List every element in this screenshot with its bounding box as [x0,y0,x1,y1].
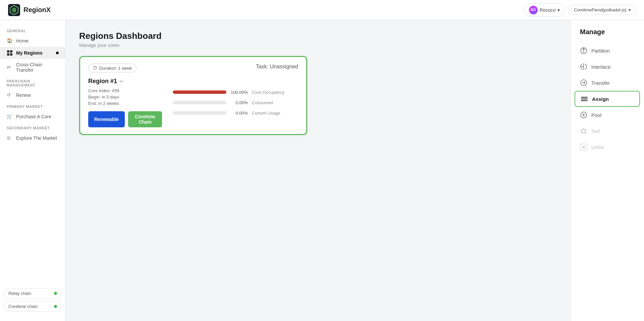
region-body: Region #1 ✏ Core Index: #59 Begin: in 5 … [88,78,298,127]
manage-label-unlist: Unlist [591,144,604,150]
region-info: Region #1 ✏ Core Index: #59 Begin: in 5 … [88,78,162,127]
sidebar-item-home[interactable]: 🏠 Home [0,35,65,47]
explore-market-icon: ◎ [7,135,13,141]
logo-text: RegionX [23,6,51,14]
header-right: RO Rococo ▾ CoretimeFiend(polkadot-js) ▾ [524,3,636,17]
sidebar-label-renew: Renew [16,92,31,98]
my-regions-dot [56,52,59,54]
metric-row-current-usage: 0.00% Current Usage [173,111,298,116]
network-chevron: ▾ [557,7,560,13]
region-end: End: in 2 weeks [88,101,162,106]
section-label-primary: PRIMARY MARKET [0,101,65,111]
pool-icon [580,111,587,119]
metric-row-consumed: 0.00% Consumed [173,100,298,105]
sidebar-item-cross-chain[interactable]: ⇄ Cross-Chain Transfer [0,59,65,76]
manage-item-pool[interactable]: Pool [571,107,644,123]
network-selector[interactable]: RO Rococo ▾ [524,3,565,17]
sidebar-item-explore-market[interactable]: ◎ Explore The Market [0,132,65,144]
metric-pct-current-usage: 0.00% [230,111,248,116]
manage-item-transfer[interactable]: Transfer [571,75,644,91]
clock-icon: ⏱ [93,65,97,71]
metric-bar-bg-occupancy [173,90,226,94]
logo: RegionX [8,4,51,16]
svg-rect-11 [581,99,588,100]
sidebar-item-my-regions[interactable]: My Regions [0,47,65,59]
sidebar-label-explore-market: Explore The Market [16,135,57,141]
svg-rect-3 [7,50,9,53]
svg-marker-14 [581,128,587,133]
metric-pct-occupancy: 100.00% [230,90,248,95]
manage-panel: Manage Partition Interlace Transfer Assi… [570,20,644,321]
sidebar-label-home: Home [16,38,29,44]
partition-icon [580,47,587,54]
region-begin: Begin: in 5 days [88,94,162,100]
sidebar-section-secondary: SECONDARY MARKET ◎ Explore The Market [0,123,65,144]
sell-icon [580,127,587,135]
duration-text: Duration: 1 week [99,66,132,71]
manage-label-partition: Partition [591,48,610,54]
page-title: Regions Dashboard [79,31,557,41]
transfer-icon [580,79,587,86]
metric-bar-bg-current-usage [173,111,226,115]
manage-item-interlace[interactable]: Interlace [571,59,644,75]
sidebar-label-purchase-core: Purchase A Core [16,114,51,119]
renewable-button[interactable]: Renewable [88,111,125,127]
task-label: Task: Unassigned [256,64,298,70]
relay-chain-status: Relay chain [4,288,61,299]
sidebar-section-primary: PRIMARY MARKET 🛒 Purchase A Core [0,101,65,123]
region-buttons: Renewable Coretime Chain [88,111,162,127]
sidebar-label-my-regions: My Regions [16,50,43,56]
header: RegionX RO Rococo ▾ CoretimeFiend(polkad… [0,0,644,20]
svg-rect-5 [7,53,9,56]
metric-label-consumed: Consumed [252,100,273,105]
unlist-icon [580,143,587,151]
assign-icon [581,95,588,103]
metric-label-current-usage: Current Usage [252,111,280,116]
sidebar: GENERAL 🏠 Home My Regions ⇄ Cross-Chain … [0,20,66,321]
manage-item-partition[interactable]: Partition [571,43,644,59]
sidebar-item-purchase-core[interactable]: 🛒 Purchase A Core [0,111,65,123]
relay-chain-label: Relay chain [8,291,31,296]
manage-item-assign[interactable]: Assign [575,91,640,107]
cross-chain-icon: ⇄ [7,64,13,70]
region-core-index: Core Index: #59 [88,88,162,93]
sidebar-section-cross-chain: ⇄ Cross-Chain Transfer [0,59,65,76]
network-avatar: RO [529,6,538,14]
my-regions-icon [7,50,13,56]
sidebar-section-general: GENERAL 🏠 Home My Regions [0,25,65,59]
coretime-chain-dot [54,305,57,308]
metric-bar-fill-occupancy [173,90,226,94]
manage-title: Manage [571,28,644,43]
account-selector[interactable]: CoretimeFiend(polkadot-js) ▾ [569,5,636,15]
manage-item-sell: Sell [571,123,644,139]
svg-rect-6 [10,53,12,56]
metric-pct-consumed: 0.00% [230,100,248,105]
metric-label-occupancy: Core Occupancy [252,90,284,95]
region-name: Region #1 [88,78,117,85]
edit-icon[interactable]: ✏ [120,79,124,84]
network-name: Rococo [540,7,555,13]
page-subtitle-text: Manage your cores [79,43,119,48]
section-label-secondary: SECONDARY MARKET [0,123,65,132]
manage-item-unlist: Unlist [571,139,644,155]
page-subtitle: Manage your cores [79,43,557,48]
purchase-core-icon: 🛒 [7,114,13,120]
coretime-chain-status: Coretime chain [4,301,61,312]
manage-label-interlace: Interlace [591,64,611,70]
home-icon: 🏠 [7,38,13,44]
account-chevron: ▾ [629,7,631,12]
manage-label-assign: Assign [592,96,609,102]
svg-rect-10 [581,97,588,98]
metric-row-occupancy: 100.00% Core Occupancy [173,90,298,95]
sidebar-label-cross-chain: Cross-Chain Transfer [16,62,59,73]
sidebar-item-renew[interactable]: ↺ Renew [0,89,65,101]
interlace-icon [580,63,587,70]
coretime-chain-button[interactable]: Coretime Chain [128,111,162,127]
relay-chain-dot [54,292,57,295]
manage-label-transfer: Transfer [591,80,610,86]
duration-badge: ⏱ Duration: 1 week [88,64,137,72]
sidebar-bottom: Relay chain Coretime chain [0,284,65,316]
account-name: CoretimeFiend(polkadot-js) [574,7,627,12]
renew-icon: ↺ [7,92,13,98]
svg-rect-12 [581,100,588,101]
